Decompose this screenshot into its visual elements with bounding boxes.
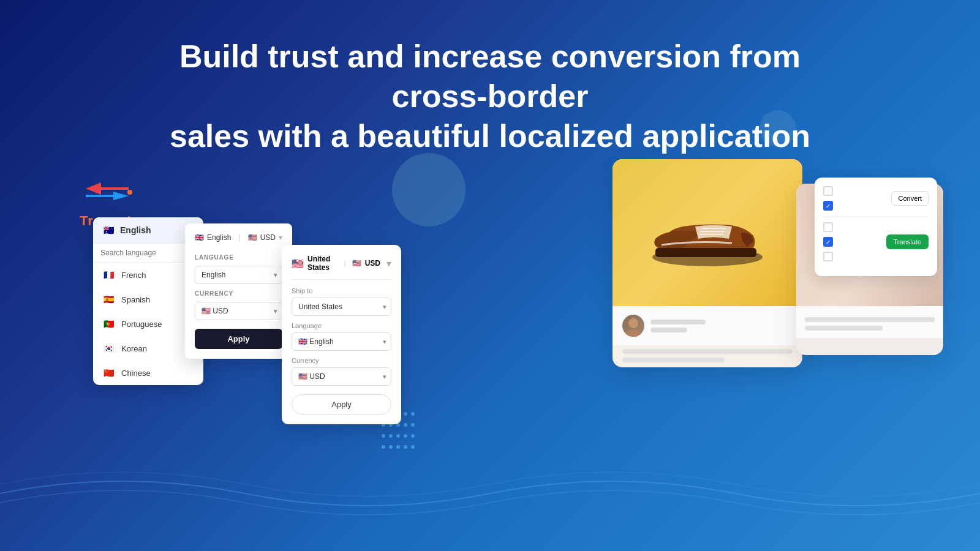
translate-checkboxes [823, 222, 833, 261]
cards-area: Convert Translate [588, 159, 943, 465]
checkbox-4[interactable] [823, 237, 833, 247]
language-dropdown[interactable]: English Spanish French [195, 266, 282, 284]
translate-button[interactable]: Translate [886, 234, 929, 249]
currency-dropdown[interactable]: 🇺🇸 USD EUR [195, 302, 282, 320]
checkbox-1[interactable] [823, 186, 833, 196]
convert-checkboxes [823, 186, 833, 211]
lang-item-chinese[interactable]: 🇨🇳 Chinese [93, 361, 203, 385]
currency-section-label: CURRENCY [195, 290, 282, 297]
lang-currency-widget: 🇬🇧 English | 🇺🇸 USD ▾ LANGUAGE English S… [185, 223, 292, 359]
hero-section: Build trust and increase conversion from… [0, 0, 980, 181]
text-lines [650, 320, 706, 332]
text-line-2 [650, 328, 687, 332]
flag-usd2: 🇺🇸 [352, 259, 361, 268]
convert-button[interactable]: Convert [891, 191, 929, 206]
currency-select[interactable]: 🇺🇸 USD EUR [292, 367, 391, 386]
shoe-image [646, 184, 769, 282]
checkbox-row-1 [823, 186, 833, 196]
language-section-label: LANGUAGE [195, 254, 282, 261]
currency-flag-btn[interactable]: 🇺🇸 USD ▾ [248, 233, 282, 242]
lang-currency-header: 🇬🇧 English | 🇺🇸 USD ▾ [195, 233, 282, 247]
product-card-footer [612, 306, 802, 345]
ship-to-label: Ship to [292, 287, 391, 294]
flag-usd: 🇺🇸 [248, 233, 257, 242]
lang-flag-btn[interactable]: 🇬🇧 English [195, 233, 231, 242]
selected-language: English [120, 225, 151, 235]
flag-portuguese: 🇵🇹 [102, 317, 115, 331]
svg-rect-9 [655, 248, 756, 257]
language-select-wrapper[interactable]: 🇬🇧 English Spanish [292, 332, 391, 351]
currency-select-wrapper[interactable]: 🇺🇸 USD EUR [292, 367, 391, 386]
flag-australia: 🇦🇺 [102, 223, 115, 237]
svg-point-10 [628, 318, 638, 328]
bottom-line-1 [622, 349, 793, 354]
checkbox-row-2 [823, 201, 833, 211]
card-footer-2 [796, 306, 943, 338]
flag-us: 🇺🇸 [292, 258, 304, 269]
flag-korean: 🇰🇷 [102, 342, 115, 355]
flag-uk: 🇬🇧 [195, 233, 204, 242]
checkbox-row-3 [823, 222, 833, 232]
footer-line-2 [805, 326, 883, 331]
apply-button-outline[interactable]: Apply [292, 394, 391, 414]
avatar-row [622, 315, 793, 337]
text-line-1 [650, 320, 706, 324]
translate-row: Translate [823, 222, 929, 261]
language-dropdown-wrapper[interactable]: English Spanish French [195, 266, 282, 284]
currency-dropdown-wrapper[interactable]: 🇺🇸 USD EUR [195, 302, 282, 320]
product-card-main [612, 159, 802, 367]
language-select[interactable]: 🇬🇧 English Spanish [292, 332, 391, 351]
bottom-line-2 [622, 358, 725, 362]
apply-button-dark[interactable]: Apply [195, 329, 282, 349]
flag-chinese: 🇨🇳 [102, 366, 115, 380]
flag-french: 🇫🇷 [102, 268, 115, 282]
product-image-area [612, 159, 802, 306]
divider [823, 217, 929, 217]
checkbox-row-5 [823, 252, 833, 261]
avatar [622, 315, 644, 337]
chevron-down-icon2: ▾ [386, 258, 391, 269]
ship-to-dropdown-wrapper[interactable]: United States Canada [292, 298, 391, 316]
footer-line-1 [805, 317, 935, 322]
svg-marker-0 [86, 182, 101, 195]
checkbox-row-4 [823, 237, 833, 247]
shipto-widget: 🇺🇸 United States | 🇺🇸 USD ▾ Ship to Unit… [282, 245, 401, 424]
convert-row: Convert [823, 186, 929, 211]
card-bottom-lines [612, 349, 802, 367]
svg-point-4 [127, 190, 132, 195]
currency-field-label: Currency [292, 357, 391, 364]
actions-card: Convert Translate [815, 178, 937, 276]
checkbox-5[interactable] [823, 252, 833, 261]
chevron-down-icon: ▾ [279, 233, 282, 242]
checkbox-2[interactable] [823, 201, 833, 211]
shipto-header: 🇺🇸 United States | 🇺🇸 USD ▾ [292, 255, 391, 280]
svg-marker-3 [113, 192, 129, 200]
logo-icon [80, 171, 135, 208]
flag-spanish: 🇪🇸 [102, 293, 115, 306]
language-field-label: Language [292, 322, 391, 329]
ship-to-dropdown[interactable]: United States Canada [292, 298, 391, 316]
checkbox-3[interactable] [823, 222, 833, 232]
wave-decoration [0, 457, 980, 533]
hero-title: Build trust and increase conversion from… [153, 37, 827, 156]
